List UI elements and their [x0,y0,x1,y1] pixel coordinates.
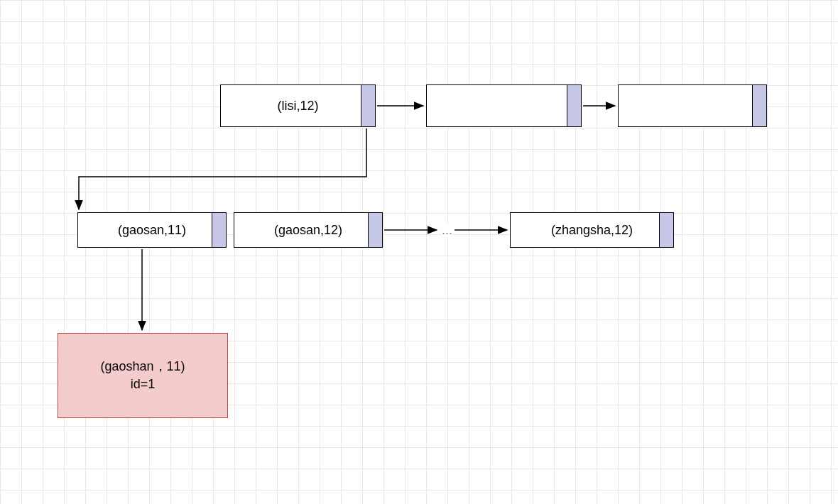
mid-node-2-label: (gaosan,12) [274,223,342,238]
mid-node-3: (zhangsha,12) [510,212,674,248]
result-line2: id=1 [131,376,156,393]
ellipsis-label: ... [442,223,452,238]
top-node-3 [618,84,767,127]
mid-node-3-label: (zhangsha,12) [551,223,633,238]
node-handle-icon [752,85,766,126]
mid-node-1: (gaosan,11) [77,212,227,248]
top-node-2 [426,84,582,127]
arrow-top1-to-mid1 [79,128,366,209]
node-handle-icon [567,85,581,126]
node-handle-icon [368,213,382,247]
top-node-1: (lisi,12) [220,84,376,127]
mid-node-2: (gaosan,12) [234,212,383,248]
arrows-overlay [0,0,838,504]
result-node: (gaoshan，11) id=1 [58,333,228,418]
top-node-1-label: (lisi,12) [277,99,318,114]
node-handle-icon [361,85,375,126]
node-handle-icon [659,213,673,247]
node-handle-icon [212,213,226,247]
result-line1: (gaoshan，11) [100,358,185,376]
mid-node-1-label: (gaosan,11) [118,223,186,238]
